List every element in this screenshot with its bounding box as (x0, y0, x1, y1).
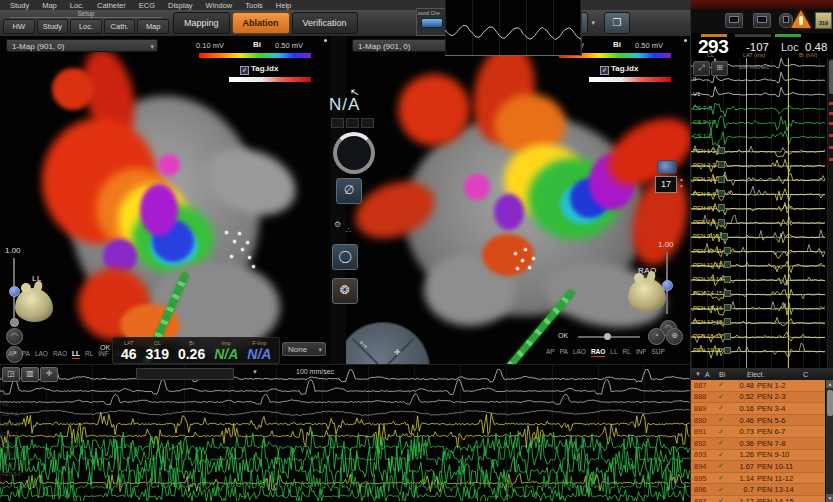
chevron-down-icon[interactable]: ▾ (591, 19, 595, 27)
channel-checkbox[interactable] (724, 333, 731, 340)
egm-channel-row[interactable]: PEN 15-16 (691, 301, 731, 315)
orientation-button[interactable]: LL (72, 350, 80, 359)
orientation-button[interactable]: RL (623, 348, 631, 357)
overlay-dropdown[interactable]: None▾ (282, 342, 326, 356)
egm-viewer[interactable]: I II V1 CS 7-8 CS 9-10 CS 1-2 (691, 58, 827, 368)
channel-checkbox[interactable] (724, 247, 731, 254)
table-row[interactable]: 894 ✓ 1.67 PEN 10-11 (691, 461, 826, 473)
ablation-sites-button[interactable]: ❂ (332, 278, 358, 304)
table-row[interactable]: 889 ✓ 0.16 PEN 3-4 (691, 403, 826, 415)
channel-checkbox[interactable] (721, 233, 728, 240)
erase-button[interactable]: ∅ (336, 178, 362, 204)
egm-channel-row[interactable]: PEN 2-3 (691, 158, 731, 172)
strip-tool-button[interactable]: ◲ (2, 367, 20, 382)
color-scale-bar[interactable] (198, 52, 312, 59)
orientation-button[interactable]: SUP (651, 348, 664, 357)
channel-checkbox[interactable] (718, 190, 725, 197)
setup-button[interactable]: Loc. (70, 19, 102, 34)
egm-channel-row[interactable]: PEN 19-20 (691, 343, 731, 357)
screen-icon[interactable] (753, 13, 771, 28)
col-c[interactable]: C (803, 371, 813, 378)
scrollbar-thumb[interactable] (827, 390, 833, 416)
mode-button[interactable]: Verification (292, 12, 358, 34)
orientation-button[interactable]: INF (636, 348, 646, 357)
egm-channel-row[interactable]: V1 (691, 87, 731, 101)
setup-button[interactable]: Map (137, 19, 169, 34)
spinner-up-icon[interactable]: ▲ (679, 176, 684, 183)
setup-button[interactable]: HW (3, 19, 35, 34)
channel-checkbox[interactable] (724, 276, 731, 283)
tagidx-checkbox[interactable]: ✓Tag.Idx (240, 64, 278, 75)
table-row[interactable]: 892 ✓ 0.36 PEN 7-8 (691, 438, 826, 450)
orientation-button[interactable]: RAO (53, 350, 67, 359)
strip-tool-button[interactable]: ▥ (21, 367, 39, 382)
egm-channel-row[interactable]: PEN 18-19 (691, 329, 731, 343)
orientation-button[interactable]: INF (98, 350, 108, 359)
col-elect[interactable]: Elect. (747, 371, 803, 378)
monitor-icon[interactable] (725, 13, 743, 28)
orientation-button[interactable]: RL (85, 350, 93, 359)
strip-dropdown[interactable] (136, 368, 234, 380)
egm-channel-row[interactable]: PEN 17-18 (691, 315, 731, 329)
map3d-right[interactable]: ⤡✛⤢ (346, 36, 690, 364)
gear-icon[interactable]: ⚙ (334, 220, 341, 229)
expand-icon[interactable]: ⤢ (693, 61, 710, 76)
channel-checkbox[interactable] (724, 290, 731, 297)
table-row[interactable]: 896 ✓ 0.7 PEN 13-14 (691, 484, 826, 496)
table-row[interactable]: 897 ✓ 1.17 PEN 14-15 (691, 496, 826, 502)
table-row[interactable]: 888 ✓ 0.52 PEN 2-3 (691, 392, 826, 404)
egm-channel-row[interactable]: CS 9-10 (691, 115, 731, 129)
table-row[interactable]: 893 ✓ 1.26 PEN 9-10 (691, 450, 826, 462)
table-row[interactable]: 891 ✓ 0.73 PEN 6-7 (691, 426, 826, 438)
orientation-button[interactable]: PA (560, 348, 568, 357)
caliper-line-yellow[interactable] (788, 58, 789, 368)
channel-checkbox[interactable] (718, 204, 725, 211)
strip-tool-button[interactable]: ✛ (40, 367, 58, 382)
spinner-down-icon[interactable]: ▼ (679, 183, 684, 190)
zoom-knob-small[interactable] (10, 318, 19, 327)
egm-channel-row[interactable]: PEN 10-11 (691, 243, 731, 257)
layout-icon[interactable]: ❐ (604, 12, 630, 34)
col-annotation[interactable]: A (705, 371, 719, 378)
table-scrollbar[interactable]: ▲ ▼ (825, 380, 833, 502)
scrollbar-thumb[interactable] (829, 60, 833, 94)
tool-button[interactable]: ⊕ (666, 328, 683, 345)
channel-checkbox[interactable] (724, 304, 731, 311)
egm-channel-row[interactable]: PEN 14-15 (691, 286, 731, 300)
caliper-line-white[interactable] (746, 58, 747, 368)
orientation-button[interactable]: PA (22, 350, 30, 359)
ecg-popup-window[interactable] (445, 0, 582, 56)
orientation-button[interactable]: AP (546, 348, 555, 357)
warning-triangle-icon[interactable] (791, 10, 811, 28)
orientation-button[interactable]: LAO (573, 348, 586, 357)
tagidx-checkbox[interactable]: ✓Tag.Idx (600, 64, 638, 75)
egm-scrollbar[interactable] (827, 58, 833, 368)
egm-channel-row[interactable]: CS 1-2 (691, 129, 731, 143)
egm-channel-row[interactable]: PEN 11-12 (691, 258, 731, 272)
freeze-button[interactable]: ◯ (332, 244, 358, 270)
grid-icon[interactable]: ⊞ (711, 61, 728, 76)
egm-channel-row[interactable]: PEN 9-10 (691, 229, 731, 243)
opacity-slider[interactable] (578, 336, 640, 338)
egm-channel-row[interactable]: PEN 13-14 (691, 272, 731, 286)
channel-checkbox[interactable] (718, 161, 725, 168)
egm-channel-row[interactable]: PEN 1-2 (691, 144, 731, 158)
projection-spinner[interactable]: 17 ▲▼ (655, 176, 677, 193)
table-row[interactable]: 887 ✓ 0.48 PEN 1-2 (691, 380, 826, 392)
channel-checkbox[interactable] (718, 176, 725, 183)
egm-channel-row[interactable]: PEN 7-8 (691, 215, 731, 229)
rotate-button[interactable]: ◠ (6, 328, 23, 345)
side-mini-panel[interactable]: ound Che (416, 8, 448, 36)
channel-checkbox[interactable] (724, 347, 731, 354)
channel-checkbox[interactable] (724, 318, 731, 325)
orientation-button[interactable]: AP (8, 350, 17, 359)
setup-button[interactable]: Study (37, 19, 69, 34)
egm-channel-row[interactable]: PEN 5-6 (691, 186, 731, 200)
pie-menu[interactable]: ⤡✛⤢ (346, 322, 430, 364)
mode-button[interactable]: Mapping (173, 12, 230, 34)
filter-icon[interactable]: ▼ (691, 371, 705, 377)
col-bi[interactable]: Bi (719, 371, 747, 378)
side-mini-button[interactable] (421, 18, 443, 28)
channel-checkbox[interactable] (718, 219, 725, 226)
table-row[interactable]: 890 ✓ 0.46 PEN 5-6 (691, 415, 826, 427)
